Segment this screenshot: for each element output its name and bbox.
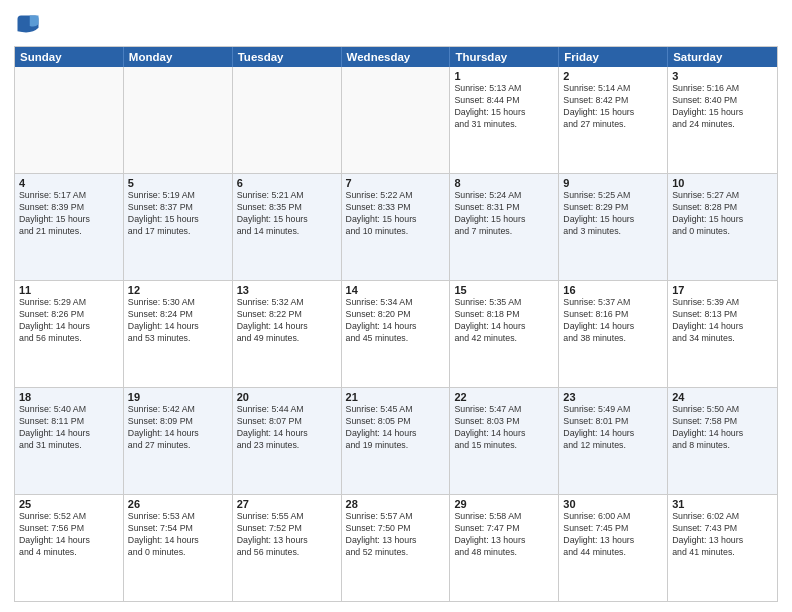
day-info: Sunrise: 5:45 AMSunset: 8:05 PMDaylight:…	[346, 404, 446, 452]
day-info: Sunrise: 5:21 AMSunset: 8:35 PMDaylight:…	[237, 190, 337, 238]
day-number: 2	[563, 70, 663, 82]
day-cell-26: 26Sunrise: 5:53 AMSunset: 7:54 PMDayligh…	[124, 495, 233, 601]
day-info: Sunrise: 5:35 AMSunset: 8:18 PMDaylight:…	[454, 297, 554, 345]
calendar: SundayMondayTuesdayWednesdayThursdayFrid…	[14, 46, 778, 602]
empty-cell-0-3	[342, 67, 451, 173]
day-cell-8: 8Sunrise: 5:24 AMSunset: 8:31 PMDaylight…	[450, 174, 559, 280]
day-number: 20	[237, 391, 337, 403]
header-day-friday: Friday	[559, 47, 668, 67]
day-info: Sunrise: 5:13 AMSunset: 8:44 PMDaylight:…	[454, 83, 554, 131]
day-cell-17: 17Sunrise: 5:39 AMSunset: 8:13 PMDayligh…	[668, 281, 777, 387]
day-info: Sunrise: 6:00 AMSunset: 7:45 PMDaylight:…	[563, 511, 663, 559]
day-info: Sunrise: 5:49 AMSunset: 8:01 PMDaylight:…	[563, 404, 663, 452]
day-cell-22: 22Sunrise: 5:47 AMSunset: 8:03 PMDayligh…	[450, 388, 559, 494]
day-number: 7	[346, 177, 446, 189]
header-day-wednesday: Wednesday	[342, 47, 451, 67]
day-cell-1: 1Sunrise: 5:13 AMSunset: 8:44 PMDaylight…	[450, 67, 559, 173]
calendar-header: SundayMondayTuesdayWednesdayThursdayFrid…	[15, 47, 777, 67]
day-number: 19	[128, 391, 228, 403]
header	[14, 12, 778, 40]
day-cell-5: 5Sunrise: 5:19 AMSunset: 8:37 PMDaylight…	[124, 174, 233, 280]
day-number: 17	[672, 284, 773, 296]
day-cell-2: 2Sunrise: 5:14 AMSunset: 8:42 PMDaylight…	[559, 67, 668, 173]
day-info: Sunrise: 5:53 AMSunset: 7:54 PMDaylight:…	[128, 511, 228, 559]
empty-cell-0-0	[15, 67, 124, 173]
header-day-monday: Monday	[124, 47, 233, 67]
calendar-row-2: 11Sunrise: 5:29 AMSunset: 8:26 PMDayligh…	[15, 281, 777, 388]
day-cell-14: 14Sunrise: 5:34 AMSunset: 8:20 PMDayligh…	[342, 281, 451, 387]
day-number: 27	[237, 498, 337, 510]
day-info: Sunrise: 5:32 AMSunset: 8:22 PMDaylight:…	[237, 297, 337, 345]
day-info: Sunrise: 5:19 AMSunset: 8:37 PMDaylight:…	[128, 190, 228, 238]
day-cell-21: 21Sunrise: 5:45 AMSunset: 8:05 PMDayligh…	[342, 388, 451, 494]
day-number: 23	[563, 391, 663, 403]
day-cell-11: 11Sunrise: 5:29 AMSunset: 8:26 PMDayligh…	[15, 281, 124, 387]
day-info: Sunrise: 5:39 AMSunset: 8:13 PMDaylight:…	[672, 297, 773, 345]
day-number: 3	[672, 70, 773, 82]
empty-cell-0-2	[233, 67, 342, 173]
day-info: Sunrise: 5:52 AMSunset: 7:56 PMDaylight:…	[19, 511, 119, 559]
day-info: Sunrise: 5:58 AMSunset: 7:47 PMDaylight:…	[454, 511, 554, 559]
day-info: Sunrise: 5:37 AMSunset: 8:16 PMDaylight:…	[563, 297, 663, 345]
day-number: 24	[672, 391, 773, 403]
day-number: 18	[19, 391, 119, 403]
calendar-body: 1Sunrise: 5:13 AMSunset: 8:44 PMDaylight…	[15, 67, 777, 601]
day-number: 25	[19, 498, 119, 510]
day-info: Sunrise: 5:22 AMSunset: 8:33 PMDaylight:…	[346, 190, 446, 238]
logo	[14, 12, 44, 40]
page: SundayMondayTuesdayWednesdayThursdayFrid…	[0, 0, 792, 612]
day-number: 11	[19, 284, 119, 296]
day-info: Sunrise: 5:16 AMSunset: 8:40 PMDaylight:…	[672, 83, 773, 131]
day-info: Sunrise: 5:42 AMSunset: 8:09 PMDaylight:…	[128, 404, 228, 452]
day-number: 22	[454, 391, 554, 403]
day-number: 16	[563, 284, 663, 296]
day-cell-28: 28Sunrise: 5:57 AMSunset: 7:50 PMDayligh…	[342, 495, 451, 601]
header-day-thursday: Thursday	[450, 47, 559, 67]
day-cell-4: 4Sunrise: 5:17 AMSunset: 8:39 PMDaylight…	[15, 174, 124, 280]
day-cell-13: 13Sunrise: 5:32 AMSunset: 8:22 PMDayligh…	[233, 281, 342, 387]
day-number: 21	[346, 391, 446, 403]
day-cell-9: 9Sunrise: 5:25 AMSunset: 8:29 PMDaylight…	[559, 174, 668, 280]
day-number: 31	[672, 498, 773, 510]
day-cell-25: 25Sunrise: 5:52 AMSunset: 7:56 PMDayligh…	[15, 495, 124, 601]
day-cell-15: 15Sunrise: 5:35 AMSunset: 8:18 PMDayligh…	[450, 281, 559, 387]
calendar-row-4: 25Sunrise: 5:52 AMSunset: 7:56 PMDayligh…	[15, 495, 777, 601]
day-info: Sunrise: 5:29 AMSunset: 8:26 PMDaylight:…	[19, 297, 119, 345]
day-info: Sunrise: 5:44 AMSunset: 8:07 PMDaylight:…	[237, 404, 337, 452]
day-cell-27: 27Sunrise: 5:55 AMSunset: 7:52 PMDayligh…	[233, 495, 342, 601]
day-cell-16: 16Sunrise: 5:37 AMSunset: 8:16 PMDayligh…	[559, 281, 668, 387]
day-cell-30: 30Sunrise: 6:00 AMSunset: 7:45 PMDayligh…	[559, 495, 668, 601]
day-number: 5	[128, 177, 228, 189]
day-info: Sunrise: 5:47 AMSunset: 8:03 PMDaylight:…	[454, 404, 554, 452]
day-info: Sunrise: 5:27 AMSunset: 8:28 PMDaylight:…	[672, 190, 773, 238]
day-info: Sunrise: 5:30 AMSunset: 8:24 PMDaylight:…	[128, 297, 228, 345]
day-cell-29: 29Sunrise: 5:58 AMSunset: 7:47 PMDayligh…	[450, 495, 559, 601]
day-number: 14	[346, 284, 446, 296]
day-cell-23: 23Sunrise: 5:49 AMSunset: 8:01 PMDayligh…	[559, 388, 668, 494]
day-cell-10: 10Sunrise: 5:27 AMSunset: 8:28 PMDayligh…	[668, 174, 777, 280]
day-info: Sunrise: 5:40 AMSunset: 8:11 PMDaylight:…	[19, 404, 119, 452]
day-cell-3: 3Sunrise: 5:16 AMSunset: 8:40 PMDaylight…	[668, 67, 777, 173]
day-info: Sunrise: 5:24 AMSunset: 8:31 PMDaylight:…	[454, 190, 554, 238]
day-number: 28	[346, 498, 446, 510]
day-number: 12	[128, 284, 228, 296]
day-cell-20: 20Sunrise: 5:44 AMSunset: 8:07 PMDayligh…	[233, 388, 342, 494]
logo-icon	[14, 12, 42, 40]
day-cell-6: 6Sunrise: 5:21 AMSunset: 8:35 PMDaylight…	[233, 174, 342, 280]
day-number: 26	[128, 498, 228, 510]
day-cell-7: 7Sunrise: 5:22 AMSunset: 8:33 PMDaylight…	[342, 174, 451, 280]
day-info: Sunrise: 5:34 AMSunset: 8:20 PMDaylight:…	[346, 297, 446, 345]
day-info: Sunrise: 5:55 AMSunset: 7:52 PMDaylight:…	[237, 511, 337, 559]
day-cell-19: 19Sunrise: 5:42 AMSunset: 8:09 PMDayligh…	[124, 388, 233, 494]
day-number: 9	[563, 177, 663, 189]
day-number: 30	[563, 498, 663, 510]
day-cell-12: 12Sunrise: 5:30 AMSunset: 8:24 PMDayligh…	[124, 281, 233, 387]
day-number: 13	[237, 284, 337, 296]
day-number: 15	[454, 284, 554, 296]
day-cell-18: 18Sunrise: 5:40 AMSunset: 8:11 PMDayligh…	[15, 388, 124, 494]
header-day-saturday: Saturday	[668, 47, 777, 67]
day-info: Sunrise: 5:17 AMSunset: 8:39 PMDaylight:…	[19, 190, 119, 238]
day-number: 10	[672, 177, 773, 189]
day-number: 1	[454, 70, 554, 82]
day-number: 8	[454, 177, 554, 189]
